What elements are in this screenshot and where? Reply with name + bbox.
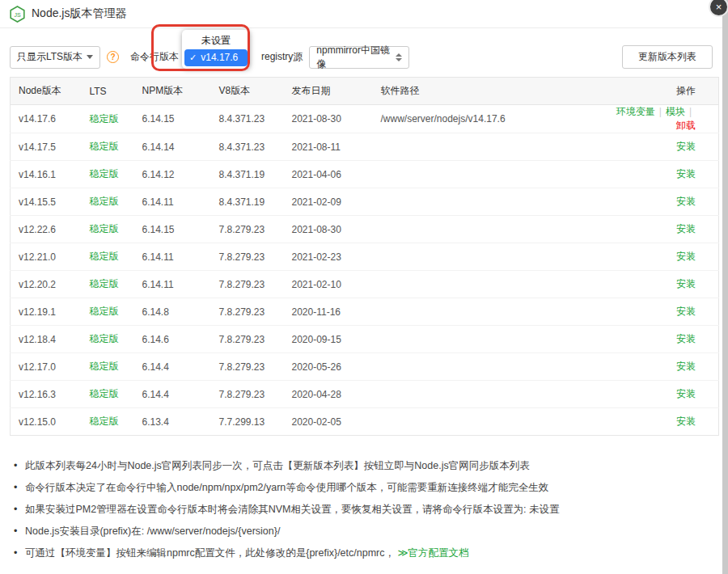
cell-node-version: v14.17.6 — [11, 105, 82, 133]
action-link[interactable]: 安装 — [676, 168, 696, 179]
note-text: Node.js安装目录(prefix)在: /www/server/nodejs… — [25, 525, 280, 537]
note-text: 命令行版本决定了在命令行中输入node/npm/npx/pm2/yarn等命令使… — [25, 482, 548, 493]
cell-actions: 安装 — [606, 353, 719, 381]
lts-filter-select[interactable]: 只显示LTS版本 — [10, 46, 100, 69]
action-link[interactable]: 安装 — [676, 141, 696, 152]
cell-lts: 稳定版 — [82, 105, 134, 133]
dialog-title: Node.js版本管理器 — [32, 6, 126, 21]
cell-actions: 安装 — [606, 326, 719, 353]
action-link[interactable]: 安装 — [676, 306, 696, 317]
cell-node-version: v12.16.3 — [11, 381, 82, 408]
cell-lts: 稳定版 — [82, 188, 134, 216]
action-link[interactable]: 安装 — [676, 223, 696, 234]
cell-v8-version: 7.7.299.13 — [211, 408, 284, 436]
cell-v8-version: 8.4.371.23 — [211, 133, 284, 161]
cell-release-date: 2021-04-06 — [284, 161, 373, 188]
header-release-date: 发布日期 — [284, 78, 373, 105]
table-row: v12.19.1 稳定版 6.14.8 7.8.279.23 2020-11-1… — [11, 298, 719, 326]
action-link[interactable]: 安装 — [676, 388, 696, 399]
cell-lts: 稳定版 — [82, 271, 134, 298]
cell-npm-version: 6.14.12 — [134, 161, 211, 188]
cell-path — [373, 353, 606, 381]
table-row: v14.15.5 稳定版 6.14.11 8.4.371.19 2021-02-… — [11, 188, 719, 216]
cell-release-date: 2020-09-15 — [284, 326, 373, 353]
cli-version-dropdown-menu: 未设置 ✓ v14.17.6 — [182, 30, 250, 69]
cell-actions: 安装 — [606, 243, 719, 271]
cell-npm-version: 6.14.6 — [134, 326, 211, 353]
note-item: 此版本列表每24小时与Node.js官网列表同步一次，可点击【更新版本列表】按钮… — [14, 455, 713, 477]
registry-value: npmmirror中国镜像 — [316, 44, 396, 71]
cell-npm-version: 6.13.4 — [134, 408, 211, 436]
registry-select[interactable]: npmmirror中国镜像 — [309, 46, 409, 69]
note-item: 命令行版本决定了在命令行中输入node/npm/npx/pm2/yarn等命令使… — [14, 477, 713, 499]
dropdown-option-unset[interactable]: 未设置 — [184, 32, 248, 49]
select-arrows-icon — [396, 53, 402, 61]
cell-npm-version: 6.14.15 — [134, 216, 211, 243]
cell-node-version: v12.17.0 — [11, 353, 82, 381]
action-link[interactable]: 安装 — [676, 333, 696, 344]
cell-npm-version: 6.14.11 — [134, 271, 211, 298]
cell-node-version: v12.15.0 — [11, 408, 82, 436]
cell-path — [373, 133, 606, 161]
close-button[interactable]: × — [709, 0, 728, 17]
cell-lts: 稳定版 — [82, 216, 134, 243]
cell-v8-version: 8.4.371.19 — [211, 161, 284, 188]
action-link[interactable]: 安装 — [676, 251, 696, 262]
cell-v8-version: 7.8.279.23 — [211, 271, 284, 298]
cell-release-date: 2021-08-11 — [284, 133, 373, 161]
refresh-versions-button[interactable]: 更新版本列表 — [622, 45, 713, 69]
action-link[interactable]: 模块 — [666, 106, 685, 117]
version-table: Node版本 LTS NPM版本 V8版本 发布日期 软件路径 操作 v14.1… — [10, 77, 719, 436]
nodejs-logo-icon: JS — [10, 6, 25, 23]
action-link[interactable]: 安装 — [676, 361, 696, 372]
dropdown-option-selected[interactable]: ✓ v14.17.6 — [184, 49, 248, 66]
table-row: v14.16.1 稳定版 6.14.12 8.4.371.19 2021-04-… — [11, 161, 719, 188]
header-node-version: Node版本 — [11, 78, 82, 105]
cell-lts: 稳定版 — [82, 133, 134, 161]
table-row: v14.17.6 稳定版 6.14.15 8.4.371.23 2021-08-… — [11, 105, 719, 133]
dialog-header: JS Node.js版本管理器 — [0, 0, 722, 28]
cell-actions: 安装 — [606, 161, 719, 188]
cli-version-label: 命令行版本 — [130, 50, 179, 64]
cell-actions: 安装 — [606, 216, 719, 243]
cell-node-version: v14.16.1 — [11, 161, 82, 188]
cell-actions: 安装 — [606, 271, 719, 298]
chevron-down-icon — [87, 55, 93, 59]
cell-v8-version: 7.8.279.23 — [211, 326, 284, 353]
cell-lts: 稳定版 — [82, 381, 134, 408]
cell-v8-version: 8.4.371.19 — [211, 188, 284, 216]
action-link[interactable]: 安装 — [676, 196, 696, 207]
nodejs-version-manager-dialog: JS Node.js版本管理器 × 只显示LTS版本 ? 命令行版本 regis… — [0, 0, 722, 574]
cell-v8-version: 8.4.371.23 — [211, 105, 284, 133]
cell-release-date: 2020-11-16 — [284, 298, 373, 326]
note-item: 可通过【环境变量】按钮来编辑npmrc配置文件，此处修改的是{prefix}/e… — [14, 542, 713, 564]
header-npm-version: NPM版本 — [134, 78, 211, 105]
dropdown-option-selected-label: v14.17.6 — [201, 49, 238, 66]
nodejs-logo-text: JS — [14, 12, 21, 18]
notes-list: 此版本列表每24小时与Node.js官网列表同步一次，可点击【更新版本列表】按钮… — [0, 455, 722, 564]
cell-lts: 稳定版 — [82, 353, 134, 381]
header-v8-version: V8版本 — [211, 78, 284, 105]
action-link[interactable]: 安装 — [676, 278, 696, 289]
cell-lts: 稳定版 — [82, 161, 134, 188]
cell-node-version: v12.21.0 — [11, 243, 82, 271]
action-link[interactable]: 环境变量 — [616, 106, 655, 117]
action-separator: | — [659, 106, 662, 117]
help-icon[interactable]: ? — [107, 51, 119, 63]
cell-npm-version: 6.14.11 — [134, 188, 211, 216]
cell-release-date: 2021-02-10 — [284, 271, 373, 298]
note-text: 此版本列表每24小时与Node.js官网列表同步一次，可点击【更新版本列表】按钮… — [25, 460, 530, 471]
toolbar: 只显示LTS版本 ? 命令行版本 registry源 npmmirror中国镜像… — [10, 45, 713, 69]
cell-path — [373, 271, 606, 298]
cell-path — [373, 326, 606, 353]
action-link[interactable]: 安装 — [676, 416, 696, 427]
cell-release-date: 2020-02-05 — [284, 408, 373, 436]
cell-release-date: 2021-08-30 — [284, 216, 373, 243]
official-docs-link[interactable]: ≫官方配置文档 — [397, 547, 468, 559]
cell-release-date: 2021-02-09 — [284, 188, 373, 216]
cell-release-date: 2020-04-28 — [284, 381, 373, 408]
cell-path: /www/server/nodejs/v14.17.6 — [373, 105, 606, 133]
action-link[interactable]: 卸载 — [676, 120, 696, 131]
cell-path — [373, 161, 606, 188]
header-lts: LTS — [82, 78, 134, 105]
